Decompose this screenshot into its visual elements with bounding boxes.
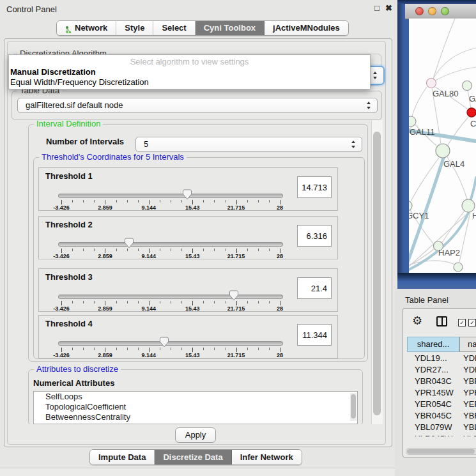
screen: { "window": { "title": "Control Panel" }… <box>0 0 476 476</box>
network-graph <box>409 19 476 273</box>
apply-button[interactable]: Apply <box>175 427 216 443</box>
network-canvas[interactable]: GAL80 GA C GAL11 GAL4 GCY1 H HAP2 <box>409 19 476 273</box>
cell-shared-name[interactable]: YER054C <box>407 399 459 411</box>
threshold-row: Threshold 1-3.4262.8599.14415.4321.71528… <box>38 167 338 211</box>
cell-shared-name[interactable]: YBL079W <box>407 422 459 434</box>
window-frame-bottom <box>397 273 476 289</box>
table-data-combobox[interactable]: galFiltered.sif default node <box>17 98 378 113</box>
tab-cyni-toolbox[interactable]: Cyni Toolbox <box>196 21 265 35</box>
node-top-right[interactable] <box>463 81 472 91</box>
network-window-titlebar[interactable] <box>405 4 476 19</box>
numerical-attributes-label: Numerical Attributes <box>33 378 114 388</box>
cell-shared-name[interactable]: YPR145W <box>407 388 459 399</box>
tick-label: 9.144 <box>142 305 157 312</box>
node-gal80[interactable] <box>427 79 436 88</box>
threshold-value-field[interactable]: 14.713 <box>297 176 332 198</box>
table-row[interactable]: YLR345WYLR345W <box>407 434 476 436</box>
node-label-gal11: GAL11 <box>410 127 435 137</box>
columns-icon[interactable] <box>436 316 447 326</box>
threshold-value-field[interactable]: 21.4 <box>297 277 332 299</box>
slider-thumb[interactable] <box>182 189 192 200</box>
table-row[interactable]: YBR043CYBR043C <box>407 376 476 388</box>
top-tabbar: Network Style Select Cyni Toolbox jActiv… <box>56 20 349 36</box>
dropdown-option-manual[interactable]: Manual Discretization <box>9 67 370 77</box>
gear-icon[interactable]: ⚙ <box>412 314 422 328</box>
node-label-partial-ga: GA <box>469 94 476 104</box>
tick-label: 21.715 <box>227 253 245 259</box>
slider-thumb[interactable] <box>159 337 169 348</box>
table-row[interactable]: YDL19...YDL19... <box>407 353 476 365</box>
node-label-hap2: HAP2 <box>438 248 460 257</box>
cell-shared-name[interactable]: YBR045C <box>407 411 459 422</box>
tab-style[interactable]: Style <box>116 21 153 35</box>
tab-select[interactable]: Select <box>153 21 195 35</box>
node-label-partial-c: C <box>470 119 476 128</box>
numerical-attributes-list: SelfLoopsTopologicalCoefficientBetweenne… <box>33 391 358 424</box>
tick-label: 28 <box>277 352 283 358</box>
cell-shared-name[interactable]: YDR27... <box>407 365 459 376</box>
tick-label: 2.859 <box>98 305 112 312</box>
attribute-list-item[interactable]: TopologicalCoefficient <box>34 402 357 412</box>
column-header-name[interactable]: na <box>459 337 476 352</box>
cell-shared-name[interactable]: YDL19... <box>407 353 459 365</box>
column-header-shared-name[interactable]: shared... <box>407 337 459 352</box>
slider-tick-labels: -3.4262.8599.14415.4321.71528 <box>61 203 280 210</box>
float-window-icon[interactable]: □ <box>374 3 380 13</box>
group-title: Threshold's Coordinates for 5 Intervals <box>39 152 187 162</box>
cell-name[interactable]: YPR145W <box>459 388 476 399</box>
node-gal4[interactable] <box>436 144 450 158</box>
node-label-gcy1: GCY1 <box>409 211 429 220</box>
tick-label: 15.43 <box>185 352 200 358</box>
checkbox-icon[interactable]: ✓ <box>468 319 476 326</box>
cell-shared-name[interactable]: YLR345W <box>407 434 459 436</box>
minimize-traffic-light-icon[interactable] <box>428 7 436 15</box>
slider-thumb[interactable] <box>229 290 239 301</box>
tab-network[interactable]: Network <box>57 21 116 35</box>
slider-tick-labels: -3.4262.8599.14415.4321.71528 <box>61 351 280 358</box>
cell-name[interactable]: YDR27... <box>459 365 476 376</box>
cell-name[interactable]: YDL19... <box>459 353 476 365</box>
cell-name[interactable]: YLR345W <box>459 434 476 436</box>
tick-label: 15.43 <box>185 253 200 259</box>
slider-thumb[interactable] <box>124 238 134 249</box>
table-panel: Table Panel ⚙ ✓ ✓ shared... na YDL19...Y… <box>395 289 476 476</box>
node-gcy1[interactable] <box>409 201 412 211</box>
close-traffic-light-icon[interactable] <box>415 7 424 15</box>
combo-spinner-icon <box>367 102 371 109</box>
dropdown-option-equal-width[interactable]: Equal Width/Frequency Discretization <box>9 77 370 88</box>
tick-label: 28 <box>277 253 283 259</box>
threshold-value-field[interactable]: 11.344 <box>297 324 332 346</box>
node-bottom-partial[interactable] <box>454 263 463 272</box>
tab-impute-data[interactable]: Impute Data <box>90 450 155 464</box>
node-selected-red[interactable] <box>467 108 476 117</box>
table-row[interactable]: YER054CYER054C <box>407 399 476 411</box>
num-intervals-combobox[interactable]: 5 <box>135 137 362 152</box>
threshold-value-field[interactable]: 6.316 <box>297 225 332 247</box>
tab-discretize-data[interactable]: Discretize Data <box>155 450 231 464</box>
zoom-traffic-light-icon[interactable] <box>441 7 449 15</box>
table-row[interactable]: YBL079WYBL079W <box>407 422 476 434</box>
cell-name[interactable]: YBL079W <box>459 422 476 434</box>
tick-label: 28 <box>277 305 283 312</box>
table-row[interactable]: YPR145WYPR145W <box>407 388 476 399</box>
tick-label: 15.43 <box>185 305 200 312</box>
table-row[interactable]: YDR27...YDR27... <box>407 365 476 376</box>
attribute-list-item[interactable]: SelfLoops <box>34 392 357 402</box>
cell-name[interactable]: YBR045C <box>459 411 476 422</box>
cell-name[interactable]: YBR043C <box>459 376 476 388</box>
close-icon[interactable]: ✖ <box>385 3 392 13</box>
checkbox-icon[interactable]: ✓ <box>458 319 466 326</box>
tick-label: 21.715 <box>227 352 245 358</box>
panel-scrollbar[interactable] <box>371 120 383 424</box>
tab-infer-network[interactable]: Infer Network <box>232 450 302 464</box>
table-hscrollbar[interactable] <box>406 448 476 455</box>
combo-value: 5 <box>144 137 148 151</box>
attribute-list-item[interactable]: BetweennessCentrality <box>34 412 357 422</box>
cell-shared-name[interactable]: YBR043C <box>407 376 459 388</box>
list-scrollbar[interactable] <box>350 393 357 421</box>
table-row[interactable]: YBR045CYBR045C <box>407 411 476 422</box>
node-gal11[interactable] <box>409 116 416 127</box>
cell-name[interactable]: YER054C <box>459 399 476 411</box>
node-h-partial[interactable] <box>462 199 475 212</box>
tab-jactivemnodules[interactable]: jActiveMNodules <box>265 21 348 35</box>
